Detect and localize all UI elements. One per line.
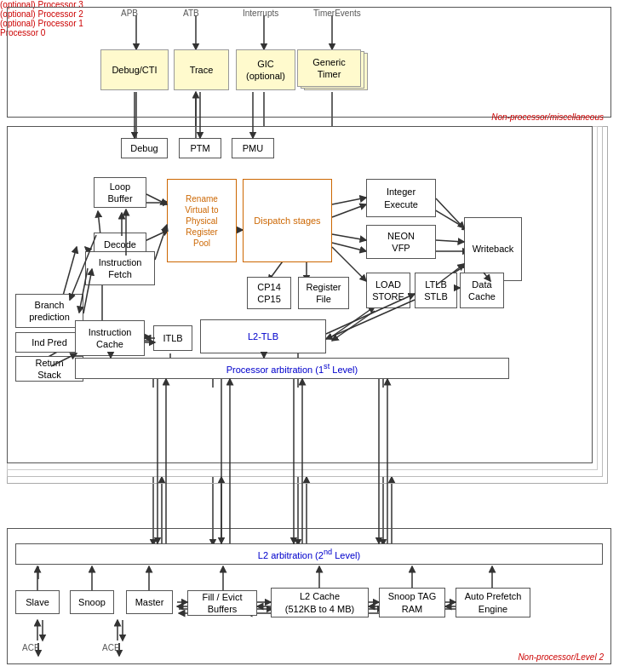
gic-block: GIC (optional) bbox=[236, 49, 295, 90]
fill-evict-block: Fill / Evict Buffers bbox=[187, 590, 257, 616]
instr-cache-block: Instruction Cache bbox=[75, 320, 145, 356]
data-cache-block: Data Cache bbox=[460, 273, 504, 308]
slave-block: Slave bbox=[15, 590, 60, 614]
cp14-cp15-block: CP14 CP15 bbox=[247, 277, 291, 309]
l2-tlb-block: L2-TLB bbox=[200, 319, 326, 353]
l2-arb-block: L2 arbitration (2nd Level) bbox=[15, 543, 603, 565]
itlb-block: ITLB bbox=[153, 325, 192, 351]
debug-block: Debug bbox=[121, 138, 168, 158]
l2-cache-block: L2 Cache (512KB to 4 MB) bbox=[271, 588, 369, 617]
neon-vfp-block: NEON VFP bbox=[366, 225, 436, 259]
timer-events-label: TimerEvents bbox=[313, 9, 361, 18]
rename-block: Rename Virtual to Physical Register Pool bbox=[167, 179, 237, 262]
snoop-tag-block: Snoop TAG RAM bbox=[379, 588, 445, 617]
trace-block: Trace bbox=[174, 49, 229, 90]
instr-fetch-block: Instruction Fetch bbox=[85, 251, 155, 285]
generic-timer-block: Generic Timer bbox=[297, 49, 361, 87]
ltlb-stlb-block: LTLB STLB bbox=[415, 273, 457, 308]
reg-file-block: Register File bbox=[298, 277, 349, 309]
interrupts-label: Interrupts bbox=[243, 9, 278, 18]
auto-prefetch-block: Auto Prefetch Engine bbox=[456, 588, 530, 617]
apb-label: APB bbox=[121, 9, 138, 18]
load-store-block: LOAD STORE bbox=[366, 273, 410, 308]
snoop-block: Snoop bbox=[70, 590, 114, 614]
ptm-block: PTM bbox=[179, 138, 221, 158]
atb-label: ATB bbox=[183, 9, 199, 18]
bot-section-label: Non-processor/Level 2 bbox=[518, 652, 604, 662]
proc-arb-block: Processor arbitration (1st Level) bbox=[75, 358, 509, 379]
int-execute-block: Integer Execute bbox=[366, 179, 436, 217]
ace-label: ACE bbox=[102, 643, 120, 652]
dispatch-stages-block: Dispatch stages bbox=[243, 179, 332, 262]
debug-cti-block: Debug/CTI bbox=[100, 49, 169, 90]
writeback-block: Writeback bbox=[464, 217, 522, 281]
master-block: Master bbox=[126, 590, 173, 614]
loop-buffer-block: Loop Buffer bbox=[94, 177, 146, 208]
ind-pred-block: Ind Pred bbox=[15, 332, 83, 353]
acp-label: ACP bbox=[22, 643, 40, 652]
return-stack-block: Return Stack bbox=[15, 356, 83, 382]
branch-prediction-block: Branch prediction bbox=[15, 294, 83, 328]
top-section-label: Non-processor/miscellaneous bbox=[491, 112, 604, 122]
pmu-block: PMU bbox=[232, 138, 274, 158]
